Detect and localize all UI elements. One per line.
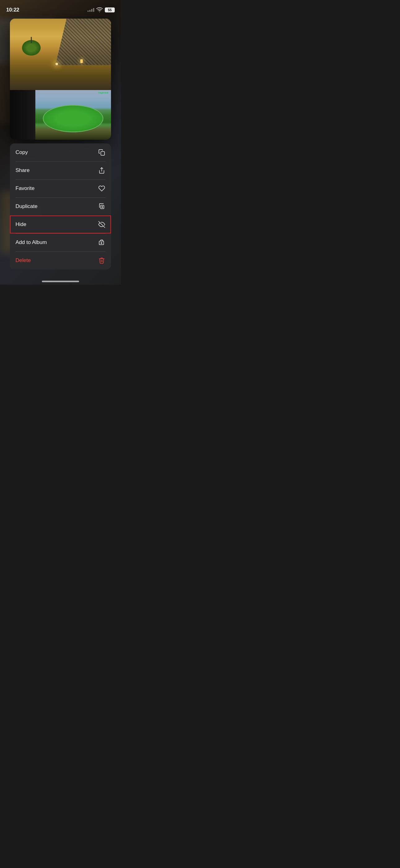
context-menu: Copy Share Favorite [10, 144, 111, 270]
svg-point-0 [99, 11, 100, 12]
wifi-icon [96, 6, 103, 14]
favorite-label: Favorite [15, 185, 34, 191]
hide-icon [98, 221, 105, 228]
status-icons: 55 [88, 6, 115, 14]
photo-upper [10, 19, 111, 90]
signal-icon [88, 8, 94, 12]
add-album-icon [98, 239, 105, 246]
home-indicator [0, 276, 121, 285]
status-time: 10:22 [6, 7, 19, 13]
home-bar [42, 281, 79, 282]
duplicate-menu-item[interactable]: Duplicate [10, 197, 111, 215]
delete-menu-item[interactable]: Delete [10, 251, 111, 270]
hide-menu-item[interactable]: Hide [10, 215, 111, 234]
copy-icon [98, 149, 105, 156]
hide-label: Hide [15, 221, 26, 227]
photo-lower: tapnad [10, 90, 111, 140]
share-icon [98, 167, 105, 174]
heart-icon [98, 185, 105, 192]
main-content: tapnad Copy Share [0, 16, 121, 270]
copy-label: Copy [15, 149, 28, 156]
duplicate-label: Duplicate [15, 203, 37, 210]
battery-indicator: 55 [105, 7, 115, 12]
tv-logo: tapnad [99, 91, 108, 94]
share-menu-item[interactable]: Share [10, 161, 111, 180]
add-to-album-menu-item[interactable]: Add to Album [10, 234, 111, 251]
duplicate-icon [98, 203, 105, 210]
add-to-album-label: Add to Album [15, 239, 47, 246]
copy-menu-item[interactable]: Copy [10, 144, 111, 161]
delete-label: Delete [15, 257, 31, 264]
share-label: Share [15, 167, 29, 174]
svg-rect-1 [101, 152, 104, 155]
photo-card[interactable]: tapnad [10, 19, 111, 140]
favorite-menu-item[interactable]: Favorite [10, 180, 111, 197]
trash-icon [98, 257, 105, 264]
status-bar: 10:22 55 [0, 0, 121, 16]
